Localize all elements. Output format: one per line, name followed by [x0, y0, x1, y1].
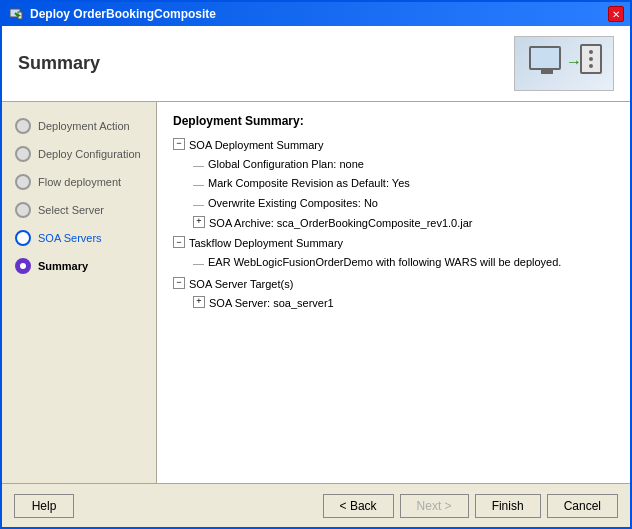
step-icon-6 — [14, 257, 32, 275]
finish-button[interactable]: Finish — [475, 494, 541, 518]
tree-dash-1: — — [193, 155, 204, 175]
tree-label-ear: EAR WebLogicFusionOrderDemo with followi… — [208, 253, 561, 272]
back-button[interactable]: < Back — [323, 494, 394, 518]
deploy-window: Deploy OrderBookingComposite ✕ Summary → — [0, 0, 632, 529]
tree-row-0: − SOA Deployment Summary — [173, 136, 614, 155]
header-area: Summary → — [2, 26, 630, 102]
section-title: Deployment Summary: — [173, 114, 614, 128]
server-dot-2 — [589, 57, 593, 61]
svg-point-3 — [20, 263, 26, 269]
tree-label-soa-server1: SOA Server: soa_server1 — [209, 294, 334, 313]
tree-row-1: — Global Configuration Plan: none — [193, 155, 614, 175]
sidebar-item-summary: Summary — [2, 252, 156, 280]
step-icon-5 — [14, 229, 32, 247]
circle-5 — [15, 230, 31, 246]
deployment-tree: − SOA Deployment Summary — Global Config… — [173, 136, 614, 312]
sidebar-item-deploy-configuration: Deploy Configuration — [2, 140, 156, 168]
tree-dash-2: — — [193, 174, 204, 194]
sidebar-label-select-server: Select Server — [38, 204, 104, 216]
sidebar-item-task-flow-deployment: Flow deployment — [2, 168, 156, 196]
circle-3 — [15, 174, 31, 190]
tree-row-8: + SOA Server: soa_server1 — [193, 294, 614, 313]
circle-6 — [15, 258, 31, 274]
close-button[interactable]: ✕ — [608, 6, 624, 22]
header-graphic: → — [514, 36, 614, 91]
tree-label-mark-composite: Mark Composite Revision as Default: Yes — [208, 174, 410, 193]
server-icon — [580, 44, 602, 74]
tree-row-6: — EAR WebLogicFusionOrderDemo with follo… — [193, 253, 614, 273]
circle-2 — [15, 146, 31, 162]
circle-1 — [15, 118, 31, 134]
help-button[interactable]: Help — [14, 494, 74, 518]
step-icon-4 — [14, 201, 32, 219]
tree-label-soa-deployment: SOA Deployment Summary — [189, 136, 324, 155]
sidebar-label-soa-servers: SOA Servers — [38, 232, 102, 244]
cancel-button[interactable]: Cancel — [547, 494, 618, 518]
tree-row-5: − Taskflow Deployment Summary — [173, 234, 614, 253]
tree-label-overwrite: Overwrite Existing Composites: No — [208, 194, 378, 213]
tree-label-soa-archive: SOA Archive: sca_OrderBookingComposite_r… — [209, 214, 473, 233]
tree-label-global-config: Global Configuration Plan: none — [208, 155, 364, 174]
sidebar-item-soa-servers[interactable]: SOA Servers — [2, 224, 156, 252]
tree-label-taskflow: Taskflow Deployment Summary — [189, 234, 343, 253]
tree-row-3: — Overwrite Existing Composites: No — [193, 194, 614, 214]
tree-row-4: + SOA Archive: sca_OrderBookingComposite… — [193, 214, 614, 233]
page-title: Summary — [18, 53, 100, 74]
tree-dash-4: — — [193, 253, 204, 273]
tree-dash-3: — — [193, 194, 204, 214]
deploy-graphic: → — [524, 41, 604, 86]
titlebar: Deploy OrderBookingComposite ✕ — [2, 2, 630, 26]
sidebar-label-deploy-configuration: Deploy Configuration — [38, 148, 141, 160]
main-panel: Deployment Summary: − SOA Deployment Sum… — [157, 102, 630, 483]
tree-row-7: − SOA Server Target(s) — [173, 275, 614, 294]
sidebar-label-task-flow-deployment: Flow deployment — [38, 176, 121, 188]
expand-btn-soa-server1[interactable]: + — [193, 296, 205, 308]
step-icon-3 — [14, 173, 32, 191]
monitor-icon — [529, 46, 561, 70]
expand-btn-soa-target[interactable]: − — [173, 277, 185, 289]
sidebar-item-select-server: Select Server — [2, 196, 156, 224]
window-title: Deploy OrderBookingComposite — [30, 7, 216, 21]
server-dot-3 — [589, 64, 593, 68]
next-button[interactable]: Next > — [400, 494, 469, 518]
expand-btn-soa-deployment[interactable]: − — [173, 138, 185, 150]
expand-btn-soa-archive[interactable]: + — [193, 216, 205, 228]
sidebar: Deployment Action Deploy Configuration F… — [2, 102, 157, 483]
sidebar-label-summary: Summary — [38, 260, 88, 272]
window-icon — [8, 6, 24, 22]
sidebar-item-deployment-action: Deployment Action — [2, 112, 156, 140]
tree-label-soa-target: SOA Server Target(s) — [189, 275, 293, 294]
server-dot-1 — [589, 50, 593, 54]
step-icon-2 — [14, 145, 32, 163]
expand-btn-taskflow[interactable]: − — [173, 236, 185, 248]
footer: Help < Back Next > Finish Cancel — [2, 483, 630, 527]
sidebar-label-deployment-action: Deployment Action — [38, 120, 130, 132]
main-area: Deployment Action Deploy Configuration F… — [2, 102, 630, 483]
step-icon-1 — [14, 117, 32, 135]
tree-row-2: — Mark Composite Revision as Default: Ye… — [193, 174, 614, 194]
footer-right: < Back Next > Finish Cancel — [323, 494, 618, 518]
circle-4 — [15, 202, 31, 218]
